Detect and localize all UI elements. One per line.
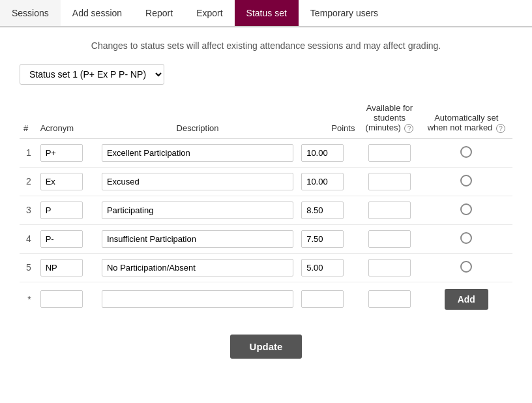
tab-report[interactable]: Report [134,0,185,26]
avail-input-2[interactable] [368,173,411,190]
table-row: 5 [20,253,512,282]
row-avail-4[interactable] [359,224,420,253]
new-row-avail[interactable] [359,282,420,315]
radio-auto-2[interactable] [460,175,472,187]
acronym-input-3[interactable] [40,202,83,219]
tab-add-session[interactable]: Add session [61,0,134,26]
acronym-input-1[interactable] [40,144,83,162]
description-input-4[interactable] [102,230,293,248]
row-acronym-4[interactable] [37,224,98,253]
row-avail-5[interactable] [359,253,420,282]
new-row-num: * [20,282,37,315]
description-input-5[interactable] [102,259,293,276]
row-acronym-3[interactable] [37,196,98,224]
row-desc-4[interactable] [98,224,297,253]
row-auto-5[interactable] [421,253,512,282]
row-avail-3[interactable] [359,196,420,224]
acronym-input-2[interactable] [40,173,83,190]
add-button[interactable]: Add [445,289,488,310]
radio-auto-1[interactable] [460,146,472,158]
status-set-selector: Status set 1 (P+ Ex P P- NP) [20,64,512,85]
row-auto-2[interactable] [421,167,512,196]
avail-input-4[interactable] [368,230,411,248]
row-desc-5[interactable] [98,253,297,282]
tab-temporary-users[interactable]: Temporary users [299,0,390,26]
row-desc-2[interactable] [98,167,297,196]
header-num: # [20,98,37,138]
radio-auto-3[interactable] [460,203,472,215]
row-num-4: 4 [20,224,37,253]
row-acronym-5[interactable] [37,253,98,282]
new-avail-input[interactable] [368,290,411,308]
row-acronym-1[interactable] [37,138,98,167]
row-avail-1[interactable] [359,138,420,167]
new-points-input[interactable] [301,290,344,308]
row-points-4[interactable] [297,224,359,253]
header-available: Available for students (minutes) ? [359,98,420,138]
row-points-3[interactable] [297,196,359,224]
row-avail-2[interactable] [359,167,420,196]
row-desc-1[interactable] [98,138,297,167]
acronym-input-5[interactable] [40,259,83,276]
status-table: # Acronym Description Points Available f… [20,98,512,315]
new-row-add[interactable]: Add [421,282,512,315]
row-auto-1[interactable] [421,138,512,167]
description-input-1[interactable] [102,144,293,162]
row-num-1: 1 [20,138,37,167]
table-row: 4 [20,224,512,253]
new-acronym-input[interactable] [40,290,83,308]
header-description: Description [98,98,297,138]
main-content: Changes to status sets will affect exist… [0,27,532,372]
update-button[interactable]: Update [230,335,303,359]
available-help-icon[interactable]: ? [404,124,413,133]
row-num-3: 3 [20,196,37,224]
radio-auto-4[interactable] [460,232,472,244]
description-input-2[interactable] [102,173,293,190]
update-section: Update [20,335,512,359]
row-auto-4[interactable] [421,224,512,253]
header-acronym: Acronym [37,98,98,138]
points-input-5[interactable] [301,259,344,276]
header-points: Points [297,98,359,138]
new-row-desc[interactable] [98,282,297,315]
radio-auto-5[interactable] [460,261,472,273]
row-num-5: 5 [20,253,37,282]
new-row: * Add [20,282,512,315]
description-input-3[interactable] [102,202,293,219]
table-row: 3 [20,196,512,224]
avail-input-1[interactable] [368,144,411,162]
points-input-4[interactable] [301,230,344,248]
info-text: Changes to status sets will affect exist… [20,40,512,51]
status-set-dropdown[interactable]: Status set 1 (P+ Ex P P- NP) [20,64,164,85]
table-row: 1 [20,138,512,167]
row-num-2: 2 [20,167,37,196]
new-row-acronym[interactable] [37,282,98,315]
row-acronym-2[interactable] [37,167,98,196]
row-points-1[interactable] [297,138,359,167]
row-points-5[interactable] [297,253,359,282]
row-points-2[interactable] [297,167,359,196]
auto-help-icon[interactable]: ? [496,124,505,133]
points-input-2[interactable] [301,173,344,190]
avail-input-5[interactable] [368,259,411,276]
avail-input-3[interactable] [368,202,411,219]
row-auto-3[interactable] [421,196,512,224]
tab-export[interactable]: Export [185,0,234,26]
tab-sessions[interactable]: Sessions [0,0,61,26]
row-desc-3[interactable] [98,196,297,224]
table-row: 2 [20,167,512,196]
new-row-points[interactable] [297,282,359,315]
header-auto: Automatically set when not marked ? [421,98,512,138]
new-description-input[interactable] [102,290,293,308]
points-input-1[interactable] [301,144,344,162]
acronym-input-4[interactable] [40,230,83,248]
tab-status-set[interactable]: Status set [235,0,299,26]
navigation: Sessions Add session Report Export Statu… [0,0,532,27]
points-input-3[interactable] [301,202,344,219]
